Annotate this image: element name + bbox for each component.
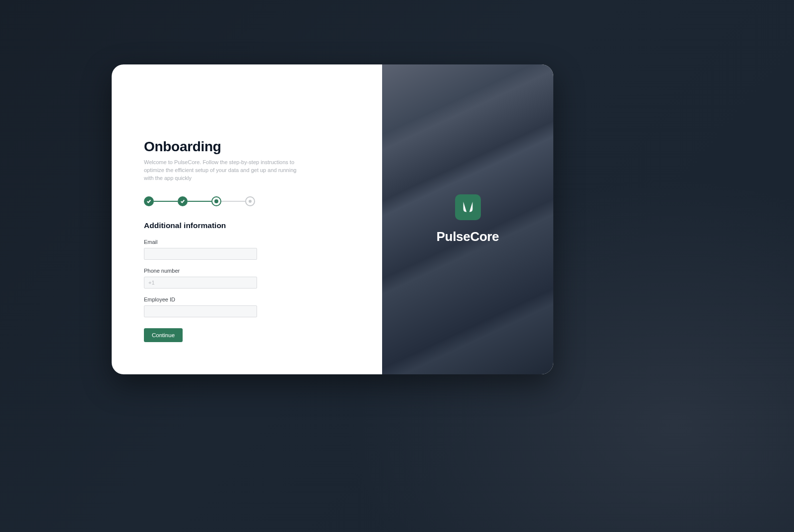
employee-id-field[interactable] [144, 305, 257, 317]
step-connector [188, 201, 211, 202]
check-icon [180, 199, 185, 204]
section-title: Additional information [144, 221, 352, 230]
continue-button[interactable]: Continue [144, 328, 183, 342]
phone-label: Phone number [144, 268, 257, 274]
employee-id-label: Employee ID [144, 296, 257, 302]
email-label: Email [144, 239, 257, 245]
onboarding-form-pane: Onboarding Welcome to PulseCore. Follow … [112, 64, 382, 374]
step-3-current [211, 196, 221, 206]
employee-id-field-group: Employee ID [144, 296, 257, 317]
additional-info-form: Email Phone number Employee ID Continue [144, 239, 257, 342]
onboarding-card: Onboarding Welcome to PulseCore. Follow … [112, 64, 553, 374]
page-subtitle: Welcome to PulseCore. Follow the step-by… [144, 159, 303, 182]
brand-name: PulseCore [437, 229, 499, 244]
progress-stepper [144, 196, 352, 206]
brand-pane: PulseCore [382, 64, 553, 374]
pulsecore-logo-icon [461, 200, 475, 215]
phone-field-group: Phone number [144, 268, 257, 289]
email-field[interactable] [144, 248, 257, 260]
step-connector [154, 201, 178, 202]
phone-field[interactable] [144, 277, 257, 289]
step-1-done [144, 196, 154, 206]
step-connector [221, 201, 245, 202]
page-title: Onboarding [144, 139, 352, 155]
brand-logo [455, 194, 481, 220]
check-icon [146, 199, 151, 204]
step-2-done [178, 196, 188, 206]
email-field-group: Email [144, 239, 257, 260]
step-4-upcoming [245, 196, 255, 206]
